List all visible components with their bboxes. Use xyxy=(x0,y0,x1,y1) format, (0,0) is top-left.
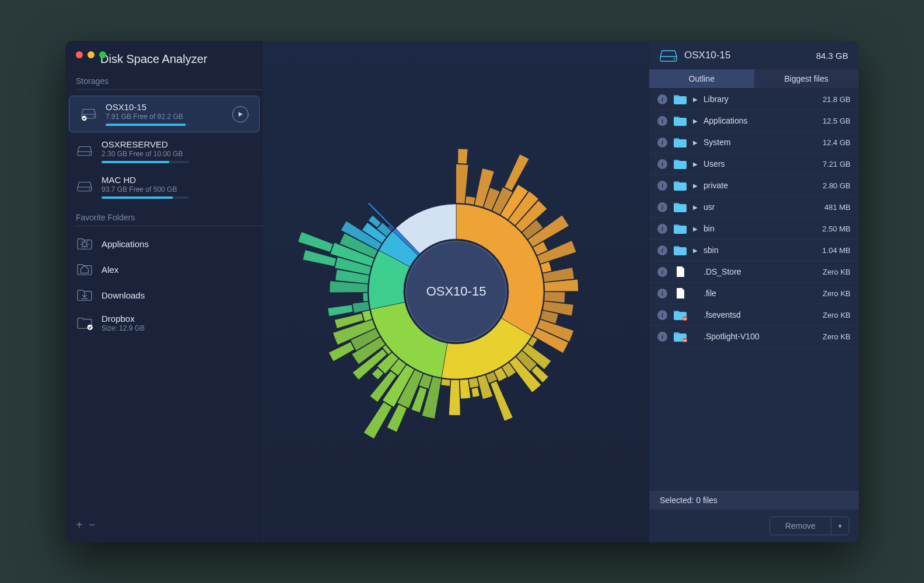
favorite-name: Applications xyxy=(102,239,253,249)
svg-point-11 xyxy=(674,58,675,59)
chart-subslice[interactable] xyxy=(466,196,475,205)
favorite-item[interactable]: Applications xyxy=(65,231,263,257)
tab-outline[interactable]: Outline xyxy=(649,69,754,88)
disclosure-icon[interactable]: ▶ xyxy=(693,118,698,124)
outline-row[interactable]: i.fseventsdZero KB xyxy=(649,304,859,326)
section-storages-label: Storages xyxy=(65,76,263,89)
svg-point-4 xyxy=(89,153,90,154)
outline-row[interactable]: i▶private2.80 GB xyxy=(649,175,859,196)
info-icon[interactable]: i xyxy=(657,94,667,104)
outline-row[interactable]: i▶Users7.21 GB xyxy=(649,153,859,175)
add-button[interactable]: + xyxy=(76,518,83,532)
chart-subslice[interactable] xyxy=(505,154,528,191)
storage-name: MAC HD xyxy=(102,175,253,185)
drive-icon xyxy=(660,49,677,62)
chart-subslice[interactable] xyxy=(330,281,368,292)
chart-subslice[interactable] xyxy=(469,378,479,388)
info-icon[interactable]: i xyxy=(657,224,667,234)
tab-biggest-files[interactable]: Biggest files xyxy=(754,69,859,88)
drive-icon xyxy=(76,181,93,194)
chart-subslice[interactable] xyxy=(458,149,468,163)
chart-center-label: OSX10-15 xyxy=(426,284,487,299)
info-icon[interactable]: i xyxy=(657,159,667,169)
favorites-list: Applications Alex Downloads Dropbox Size… xyxy=(65,231,263,338)
outline-row[interactable]: i▶Library21.8 GB xyxy=(649,89,859,110)
svg-rect-15 xyxy=(684,340,687,341)
zoom-window-button[interactable] xyxy=(99,51,106,58)
disclosure-icon[interactable]: ▶ xyxy=(693,204,698,210)
chart-subslice[interactable] xyxy=(449,380,460,415)
chart-subslice[interactable] xyxy=(298,232,332,252)
chart-subslice[interactable] xyxy=(328,305,353,316)
outline-row[interactable]: i▶System12.4 GB xyxy=(649,132,859,153)
usage-bar xyxy=(102,161,189,163)
favorite-item[interactable]: Alex xyxy=(65,257,263,282)
svg-point-8 xyxy=(88,325,93,330)
chart-subslice[interactable] xyxy=(471,388,480,397)
storage-item[interactable]: OSX10-15 7.91 GB Free of 92.2 GB xyxy=(69,96,260,132)
minimize-window-button[interactable] xyxy=(88,51,94,58)
disclosure-icon[interactable]: ▶ xyxy=(693,139,698,146)
info-icon[interactable]: i xyxy=(657,202,667,212)
outline-row[interactable]: i.Spotlight-V100Zero KB xyxy=(649,326,859,347)
chart-subslice[interactable] xyxy=(329,342,354,361)
storage-item[interactable]: OSXRESERVED 2.30 GB Free of 10.00 GB xyxy=(65,134,263,169)
info-icon[interactable]: i xyxy=(657,245,667,255)
chart-subslice[interactable] xyxy=(364,402,391,438)
outline-list[interactable]: i▶Library21.8 GBi▶Applications12.5 GBi▶S… xyxy=(649,89,859,491)
info-icon[interactable]: i xyxy=(657,289,667,298)
chart-subslice[interactable] xyxy=(544,292,565,303)
folder-icon xyxy=(673,93,687,105)
chart-subslice[interactable] xyxy=(491,381,513,421)
outline-row[interactable]: i▶usr481 MB xyxy=(649,196,859,218)
disclosure-icon[interactable]: ▶ xyxy=(693,96,698,103)
remove-button[interactable]: Remove xyxy=(770,517,831,535)
row-name: usr xyxy=(704,202,818,212)
row-name: bin xyxy=(704,224,817,233)
chart-subslice[interactable] xyxy=(362,311,372,321)
remove-button-group: Remove ▼ xyxy=(769,517,849,535)
chart-subslice[interactable] xyxy=(460,380,471,399)
row-size: Zero KB xyxy=(822,332,850,341)
scan-button[interactable] xyxy=(232,106,249,122)
remove-dropdown-button[interactable]: ▼ xyxy=(831,519,849,533)
storage-name: OSX10-15 xyxy=(106,102,224,112)
disclosure-icon[interactable]: ▶ xyxy=(693,161,698,167)
disclosure-icon[interactable]: ▶ xyxy=(693,226,698,232)
folder-icon xyxy=(76,237,93,251)
folder-icon xyxy=(673,223,687,234)
folder-icon xyxy=(76,316,93,330)
info-icon[interactable]: i xyxy=(657,138,667,147)
info-icon[interactable]: i xyxy=(657,116,667,126)
favorite-item[interactable]: Downloads xyxy=(65,282,263,308)
row-size: 2.80 GB xyxy=(822,181,850,190)
disclosure-icon[interactable]: ▶ xyxy=(693,247,698,254)
remove-item-button[interactable]: − xyxy=(89,518,96,532)
sunburst-chart[interactable]: OSX10-15 xyxy=(293,128,620,455)
right-header: OSX10-15 84.3 GB xyxy=(649,41,859,69)
folder-icon xyxy=(673,136,687,148)
app-window: Disk Space Analyzer Storages OSX10-15 7.… xyxy=(65,41,859,542)
outline-row[interactable]: i▶bin2.50 MB xyxy=(649,218,859,240)
chart-subslice[interactable] xyxy=(441,379,450,386)
favorite-item[interactable]: Dropbox Size: 12.9 GB xyxy=(65,308,263,338)
row-name: .Spotlight-V100 xyxy=(704,332,817,341)
outline-row[interactable]: i▶Applications12.5 GB xyxy=(649,110,859,132)
storage-sub: 93.7 GB Free of 500 GB xyxy=(102,185,253,194)
info-icon[interactable]: i xyxy=(657,332,667,342)
close-window-button[interactable] xyxy=(76,51,83,58)
chart-subslice[interactable] xyxy=(363,293,368,301)
info-icon[interactable]: i xyxy=(657,267,667,277)
right-footer: Remove ▼ xyxy=(649,510,859,542)
chart-subslice[interactable] xyxy=(541,262,551,272)
info-icon[interactable]: i xyxy=(657,310,667,320)
outline-row[interactable]: i .DS_StoreZero KB xyxy=(649,261,859,283)
row-name: Library xyxy=(704,94,817,104)
outline-row[interactable]: i▶sbin1.04 MB xyxy=(649,240,859,261)
outline-row[interactable]: i .fileZero KB xyxy=(649,283,859,304)
info-icon[interactable]: i xyxy=(657,181,667,191)
storage-item[interactable]: MAC HD 93.7 GB Free of 500 GB xyxy=(65,169,263,205)
folder-icon xyxy=(673,331,687,342)
chart-area: OSX10-15 xyxy=(264,41,649,542)
disclosure-icon[interactable]: ▶ xyxy=(693,182,698,189)
